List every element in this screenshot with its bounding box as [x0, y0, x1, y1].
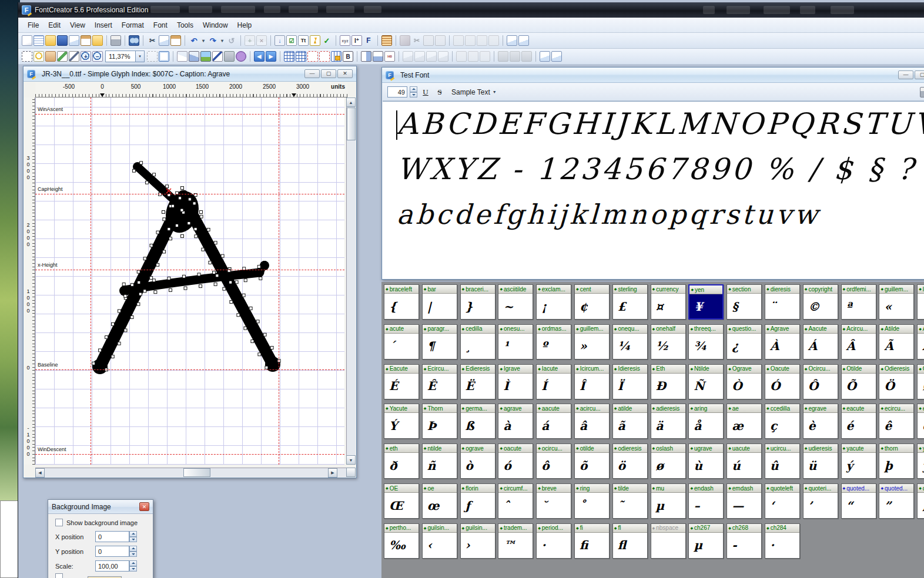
lock-contour-button[interactable]	[435, 35, 446, 46]
glyph-cell-Ograve[interactable]: ◆OgraveÒ	[727, 364, 762, 399]
glyph-cell-adieresis[interactable]: ◆adieresisä	[651, 404, 686, 439]
scroll-left-button[interactable]: ◀	[35, 468, 45, 478]
glyph-cell-braceleft[interactable]: ◆braceleft{	[384, 284, 419, 320]
size-button-2[interactable]	[510, 51, 520, 62]
glyph-cell-tilde[interactable]: ◆tilde˜	[612, 483, 648, 519]
point-coordinates-button[interactable]: H0	[384, 51, 395, 62]
export-font-button[interactable]	[92, 35, 103, 46]
split-contour-button[interactable]: ✂	[411, 35, 422, 46]
glyph-cell-quoted[interactable]: ◆quoted...”	[879, 483, 914, 519]
glyph-cell-quoteleft[interactable]: ◆quoteleft‘	[765, 483, 800, 519]
rectangle-select-tool[interactable]	[22, 51, 32, 62]
group-button-1[interactable]	[540, 51, 550, 62]
distribute-button-2[interactable]	[468, 51, 478, 62]
redo-dropdown[interactable]: ▾	[219, 35, 225, 46]
revert-button[interactable]: ↺	[226, 35, 237, 46]
glyph-cell-Ecircu[interactable]: ◆Ecircu...Ê	[422, 364, 457, 399]
paste-glyphs-button[interactable]	[81, 35, 91, 46]
fit-window-button[interactable]	[159, 51, 169, 62]
lock-guidelines-button[interactable]	[331, 51, 342, 62]
zoom-in-tool[interactable]: +	[81, 51, 91, 62]
glyph-cell-sterling[interactable]: ◆sterling£	[612, 284, 648, 320]
glyph-cell-otilde[interactable]: ◆otildeõ	[574, 443, 610, 479]
glyph-cell-ecircu[interactable]: ◆ecircu...ê	[879, 404, 914, 439]
select-complete-button[interactable]: ☑	[286, 35, 297, 46]
glyph-cell-Iacute[interactable]: ◆IacuteÍ	[536, 364, 571, 399]
glyph-cell-cedilla[interactable]: ◆cedilla¸	[460, 324, 496, 359]
glyph-cell-ordfemi[interactable]: ◆ordfemi...ª	[841, 284, 876, 320]
zoom-level-value[interactable]: 11,37%	[105, 51, 136, 62]
split-horizontal-button[interactable]	[361, 51, 371, 62]
bring-forward-button[interactable]	[507, 35, 517, 46]
background-image-button[interactable]	[200, 51, 211, 62]
pan-tool[interactable]	[45, 51, 56, 62]
previous-glyph-button[interactable]: ◀	[254, 51, 265, 62]
menu-edit[interactable]: Edit	[43, 19, 65, 31]
glyph-cell-guilsin[interactable]: ◆guilsin...‹	[422, 523, 457, 559]
glyph-cell-quoted[interactable]: ◆quoted...“	[841, 483, 876, 519]
glyph-cell-Idieresis[interactable]: ◆IdieresisÏ	[612, 364, 648, 399]
glyph-cell-quoteri[interactable]: ◆quoteri...’	[803, 483, 838, 519]
glyph-horizontal-scrollbar[interactable]: ◀ ▶	[35, 468, 347, 477]
glyph-cell-odieresis[interactable]: ◆odieresisö	[612, 443, 648, 479]
draw-ellipse-button[interactable]	[236, 51, 246, 62]
glyph-window-titlebar[interactable]: F JR-3N__0.ttf - Simple Glyph Index: $00…	[24, 66, 356, 82]
glyph-cell-Oslash[interactable]: ◆OslashØ	[917, 364, 924, 399]
glyph-cell-acircu[interactable]: ◆acircu...â	[574, 404, 610, 439]
align-right-button[interactable]	[477, 35, 487, 46]
test-window-titlebar[interactable]: F Test Font — ▢	[382, 68, 924, 83]
glyph-cell-logica[interactable]: ◆logica...¬	[917, 284, 924, 320]
glyph-cell-udieresis[interactable]: ◆udieresisü	[803, 443, 838, 479]
sample-text-area[interactable]: ABCDEFGHIJKLMNOPQRSTUVWXYZ - 1234567890 …	[383, 101, 924, 279]
glyph-cell-Yacute[interactable]: ◆YacuteÝ	[384, 404, 419, 439]
menu-insert[interactable]: Insert	[90, 19, 117, 31]
glyph-cell-mu[interactable]: ◆muµ	[651, 483, 686, 519]
insert-glyph-button[interactable]	[245, 35, 255, 46]
vertical-scroll-thumb[interactable]	[347, 107, 356, 140]
x-position-input[interactable]: 0	[95, 531, 129, 542]
glyph-cell-exclam[interactable]: ◆exclam...¡	[536, 284, 571, 320]
x-position-stepper[interactable]	[129, 531, 137, 542]
align-left-button[interactable]	[453, 35, 464, 46]
menu-help[interactable]: Help	[233, 19, 257, 31]
glyph-cell-yen[interactable]: ◆yen¥	[688, 284, 724, 320]
glyph-cell-paragr[interactable]: ◆paragr...¶	[422, 324, 457, 359]
point-mode-button[interactable]	[189, 51, 199, 62]
maximize-button[interactable]: ▢	[915, 70, 924, 79]
glyph-cell-egrave[interactable]: ◆egraveè	[803, 404, 838, 439]
draw-rectangle-button[interactable]	[224, 51, 235, 62]
join-contour-button[interactable]	[423, 35, 434, 46]
glyph-cell-Ntilde[interactable]: ◆NtildeÑ	[688, 364, 724, 399]
zoom-out-tool[interactable]: −	[92, 51, 103, 62]
copy-glyphs-button[interactable]	[69, 35, 79, 46]
horizontal-scroll-thumb[interactable]	[183, 468, 210, 477]
glyph-cell-oacute[interactable]: ◆oacuteó	[498, 443, 533, 479]
open-button[interactable]	[45, 35, 56, 46]
properties-panel-button[interactable]	[381, 35, 392, 46]
glyph-cell-agrave[interactable]: ◆agraveà	[498, 404, 533, 439]
glyph-cell-pertho[interactable]: ◆pertho...‰	[384, 523, 419, 559]
show-background-checkbox[interactable]	[55, 519, 63, 526]
size-button-1[interactable]	[498, 51, 508, 62]
distribute-button-1[interactable]	[456, 51, 467, 62]
glyph-cell-onesu[interactable]: ◆onesu...¹	[498, 324, 533, 359]
glyph-cell-period[interactable]: ◆period...·	[536, 523, 571, 559]
glyph-cell-threeq[interactable]: ◆threeq...¾	[688, 324, 724, 359]
draw-line-button[interactable]	[212, 51, 223, 62]
glyph-cell-Odieresis[interactable]: ◆OdieresisÖ	[879, 364, 914, 399]
undo-button[interactable]: ↶	[189, 35, 199, 46]
align-center-button[interactable]	[465, 35, 476, 46]
resize-grip[interactable]	[346, 468, 356, 477]
glyph-cell-ydiere[interactable]: ◆ydiere...ÿ	[917, 443, 924, 479]
menu-format[interactable]: Format	[117, 19, 149, 31]
snap-to-grid-button[interactable]	[296, 51, 306, 62]
send-backward-button[interactable]	[518, 35, 529, 46]
zoom-level-combo[interactable]: 11,37%▾	[105, 51, 145, 62]
glyph-cell-Otilde[interactable]: ◆OtildeÕ	[841, 364, 876, 399]
show-guidelines-button[interactable]	[307, 51, 318, 62]
knife-tool[interactable]	[69, 51, 79, 62]
next-glyph-button[interactable]: ▶	[266, 51, 276, 62]
order-button-3[interactable]	[426, 51, 437, 62]
scroll-down-button[interactable]: ▼	[346, 455, 356, 465]
glyph-cell-guillem[interactable]: ◆guillem...«	[879, 284, 914, 320]
